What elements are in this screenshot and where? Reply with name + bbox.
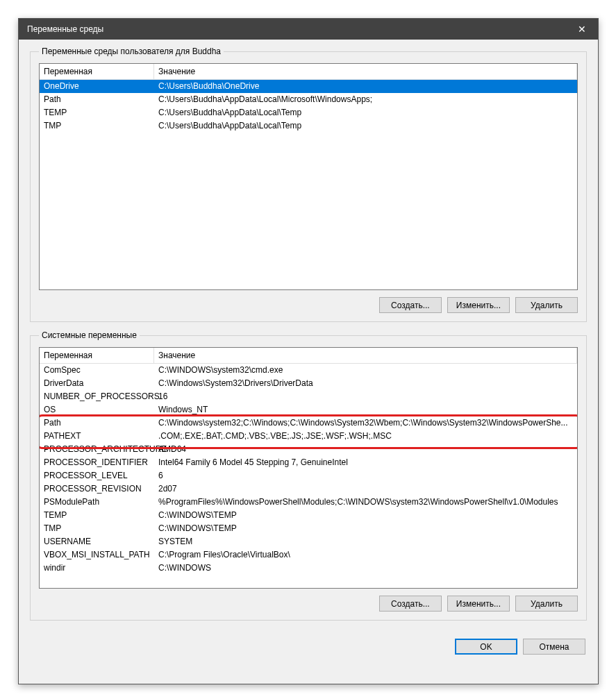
list-row[interactable]: PROCESSOR_IDENTIFIERIntel64 Family 6 Mod… xyxy=(40,456,577,469)
list-row[interactable]: DriverDataC:\Windows\System32\Drivers\Dr… xyxy=(40,377,577,390)
col-header-value[interactable]: Значение xyxy=(154,348,577,363)
var-name: TMP xyxy=(40,522,154,535)
var-value: C:\Windows\System32\Drivers\DriverData xyxy=(154,377,577,390)
var-name: PROCESSOR_IDENTIFIER xyxy=(40,456,154,469)
system-vars-legend: Системные переменные xyxy=(39,330,140,340)
var-name: PROCESSOR_REVISION xyxy=(40,482,154,496)
var-name: PSModulePath xyxy=(40,496,154,509)
system-edit-button[interactable]: Изменить... xyxy=(447,596,510,612)
col-header-name[interactable]: Переменная xyxy=(40,348,154,363)
close-icon: ✕ xyxy=(578,24,586,35)
system-delete-button[interactable]: Удалить xyxy=(515,596,578,612)
list-row[interactable]: OSWindows_NT xyxy=(40,403,577,416)
list-row[interactable]: ComSpecC:\WINDOWS\system32\cmd.exe xyxy=(40,364,577,377)
list-row[interactable]: TEMPC:\WINDOWS\TEMP xyxy=(40,509,577,522)
list-row[interactable]: PathC:\Users\Buddha\AppData\Local\Micros… xyxy=(40,93,577,106)
list-row[interactable]: PSModulePath%ProgramFiles%\WindowsPowerS… xyxy=(40,496,577,509)
system-new-button[interactable]: Создать... xyxy=(379,596,442,612)
var-name: Path xyxy=(40,93,154,106)
var-name: NUMBER_OF_PROCESSORS xyxy=(40,390,154,403)
titlebar[interactable]: Переменные среды ✕ xyxy=(19,19,598,40)
var-value: Intel64 Family 6 Model 45 Stepping 7, Ge… xyxy=(154,456,577,469)
list-row[interactable]: USERNAMESYSTEM xyxy=(40,535,577,548)
var-name: DriverData xyxy=(40,377,154,390)
list-row[interactable]: OneDriveC:\Users\Buddha\OneDrive xyxy=(40,80,577,93)
var-value: C:\WINDOWS\system32\cmd.exe xyxy=(154,364,577,377)
var-name: ComSpec xyxy=(40,364,154,377)
list-header: Переменная Значение xyxy=(40,348,577,364)
var-value: SYSTEM xyxy=(154,535,577,548)
close-button[interactable]: ✕ xyxy=(566,19,598,40)
list-row[interactable]: PROCESSOR_REVISION2d07 xyxy=(40,482,577,496)
var-name: PROCESSOR_LEVEL xyxy=(40,469,154,482)
list-row[interactable]: PathC:\Windows\system32;C:\Windows;C:\Wi… xyxy=(40,416,577,430)
var-name: windir xyxy=(40,562,154,575)
var-name: USERNAME xyxy=(40,535,154,548)
var-value: C:\Users\Buddha\AppData\Local\Microsoft\… xyxy=(154,93,577,106)
system-vars-list[interactable]: Переменная Значение ComSpecC:\WINDOWS\sy… xyxy=(39,347,578,589)
var-value: 16 xyxy=(154,390,577,403)
var-value: C:\Users\Buddha\AppData\Local\Temp xyxy=(154,106,577,119)
user-vars-list[interactable]: Переменная Значение OneDriveC:\Users\Bud… xyxy=(39,63,578,290)
env-vars-dialog: Переменные среды ✕ Переменные среды поль… xyxy=(18,18,599,684)
dialog-buttons: OK Отмена xyxy=(19,636,598,662)
user-delete-button[interactable]: Удалить xyxy=(515,297,578,313)
var-name: TEMP xyxy=(40,106,154,119)
cancel-button[interactable]: Отмена xyxy=(523,639,585,655)
user-buttons: Создать... Изменить... Удалить xyxy=(39,297,578,313)
col-header-name[interactable]: Переменная xyxy=(40,64,154,79)
list-row[interactable]: VBOX_MSI_INSTALL_PATHC:\Program Files\Or… xyxy=(40,548,577,562)
var-value: Windows_NT xyxy=(154,403,577,416)
var-name: VBOX_MSI_INSTALL_PATH xyxy=(40,548,154,562)
var-name: PATHEXT xyxy=(40,430,154,443)
var-value: C:\Windows\system32;C:\Windows;C:\Window… xyxy=(154,416,577,430)
user-vars-fieldset: Переменные среды пользователя для Buddha… xyxy=(30,47,587,322)
var-value: C:\WINDOWS xyxy=(154,562,577,575)
list-row[interactable]: PATHEXT.COM;.EXE;.BAT;.CMD;.VBS;.VBE;.JS… xyxy=(40,430,577,443)
list-row[interactable]: NUMBER_OF_PROCESSORS16 xyxy=(40,390,577,403)
list-row[interactable]: TMPC:\WINDOWS\TEMP xyxy=(40,522,577,535)
user-edit-button[interactable]: Изменить... xyxy=(447,297,510,313)
var-name: OS xyxy=(40,403,154,416)
list-row[interactable]: PROCESSOR_LEVEL6 xyxy=(40,469,577,482)
var-name: OneDrive xyxy=(40,80,154,93)
ok-button[interactable]: OK xyxy=(455,639,517,655)
system-vars-fieldset: Системные переменные Переменная Значение… xyxy=(30,330,587,621)
system-buttons: Создать... Изменить... Удалить xyxy=(39,596,578,612)
var-value: AMD64 xyxy=(154,443,577,456)
var-name: PROCESSOR_ARCHITECTURE xyxy=(40,443,154,456)
var-value: .COM;.EXE;.BAT;.CMD;.VBS;.VBE;.JS;.JSE;.… xyxy=(154,430,577,443)
dialog-content: Переменные среды пользователя для Buddha… xyxy=(19,40,598,636)
list-row[interactable]: PROCESSOR_ARCHITECTUREAMD64 xyxy=(40,443,577,456)
var-value: C:\Program Files\Oracle\VirtualBox\ xyxy=(154,548,577,562)
list-row[interactable]: windirC:\WINDOWS xyxy=(40,562,577,575)
var-name: Path xyxy=(40,416,154,430)
var-value: %ProgramFiles%\WindowsPowerShell\Modules… xyxy=(154,496,577,509)
var-value: C:\WINDOWS\TEMP xyxy=(154,509,577,522)
list-row[interactable]: TMPC:\Users\Buddha\AppData\Local\Temp xyxy=(40,119,577,133)
user-vars-legend: Переменные среды пользователя для Buddha xyxy=(39,47,224,56)
var-value: C:\WINDOWS\TEMP xyxy=(154,522,577,535)
var-value: 6 xyxy=(154,469,577,482)
var-value: 2d07 xyxy=(154,482,577,496)
col-header-value[interactable]: Значение xyxy=(154,64,577,79)
var-value: C:\Users\Buddha\AppData\Local\Temp xyxy=(154,119,577,133)
list-header: Переменная Значение xyxy=(40,64,577,80)
user-new-button[interactable]: Создать... xyxy=(379,297,442,313)
dialog-title: Переменные среды xyxy=(27,24,566,34)
list-row[interactable]: TEMPC:\Users\Buddha\AppData\Local\Temp xyxy=(40,106,577,119)
var-name: TEMP xyxy=(40,509,154,522)
var-value: C:\Users\Buddha\OneDrive xyxy=(154,80,577,93)
var-name: TMP xyxy=(40,119,154,133)
